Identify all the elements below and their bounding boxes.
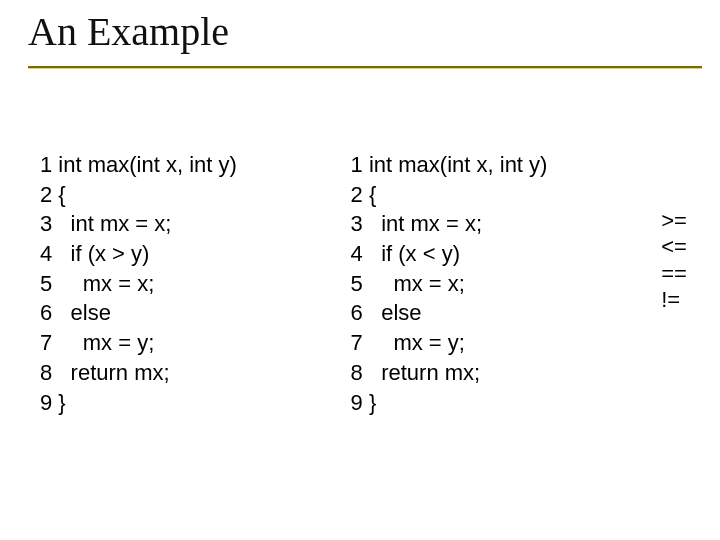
slide-title: An Example [28, 8, 692, 55]
code-line: 9 } [351, 388, 662, 418]
code-line: 2 { [351, 180, 662, 210]
operator-item: >= [661, 208, 700, 234]
code-line: 3 int mx = x; [351, 209, 662, 239]
operator-list: >= <= == != [661, 150, 700, 417]
title-wrap: An Example [28, 8, 692, 61]
code-line: 6 else [40, 298, 351, 328]
operator-item: <= [661, 234, 700, 260]
code-line: 1 int max(int x, int y) [40, 150, 351, 180]
code-line: 8 return mx; [40, 358, 351, 388]
code-line: 4 if (x > y) [40, 239, 351, 269]
code-line: 2 { [40, 180, 351, 210]
code-line: 1 int max(int x, int y) [351, 150, 662, 180]
title-rule-shadow [28, 68, 702, 69]
slide-body: 1 int max(int x, int y) 2 { 3 int mx = x… [40, 150, 700, 417]
operator-item: == [661, 261, 700, 287]
code-line: 4 if (x < y) [351, 239, 662, 269]
code-line: 7 mx = y; [351, 328, 662, 358]
code-line: 6 else [351, 298, 662, 328]
code-line: 8 return mx; [351, 358, 662, 388]
code-line: 5 mx = x; [40, 269, 351, 299]
slide: An Example 1 int max(int x, int y) 2 { 3… [0, 0, 720, 540]
code-line: 7 mx = y; [40, 328, 351, 358]
code-line: 5 mx = x; [351, 269, 662, 299]
code-line: 3 int mx = x; [40, 209, 351, 239]
operator-item: != [661, 287, 700, 313]
code-block-right: 1 int max(int x, int y) 2 { 3 int mx = x… [351, 150, 662, 417]
code-block-left: 1 int max(int x, int y) 2 { 3 int mx = x… [40, 150, 351, 417]
code-line: 9 } [40, 388, 351, 418]
